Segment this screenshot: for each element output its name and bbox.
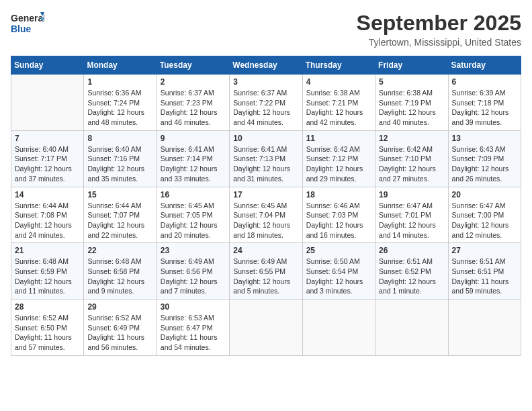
calendar-cell: 23Sunrise: 6:49 AMSunset: 6:56 PMDayligh… [157, 243, 229, 300]
calendar-cell: 12Sunrise: 6:42 AMSunset: 7:10 PMDayligh… [375, 130, 448, 187]
weekday-header-monday: Monday [84, 56, 157, 75]
day-number: 4 [306, 77, 371, 87]
calendar-cell: 14Sunrise: 6:44 AMSunset: 7:08 PMDayligh… [11, 187, 84, 243]
calendar-cell: 6Sunrise: 6:39 AMSunset: 7:18 PMDaylight… [448, 75, 521, 131]
day-info: Sunrise: 6:41 AMSunset: 7:13 PMDaylight:… [233, 144, 298, 184]
day-info: Sunrise: 6:44 AMSunset: 7:08 PMDaylight:… [15, 201, 80, 240]
day-number: 19 [379, 190, 444, 199]
day-number: 9 [161, 134, 226, 143]
page-header: General Blue September 2025 Tylertown, M… [11, 11, 521, 48]
day-info: Sunrise: 6:44 AMSunset: 7:07 PMDaylight:… [87, 201, 152, 240]
calendar-cell: 28Sunrise: 6:52 AMSunset: 6:50 PMDayligh… [11, 300, 84, 356]
svg-text:Blue: Blue [11, 24, 32, 34]
calendar-cell: 1Sunrise: 6:36 AMSunset: 7:24 PMDaylight… [84, 75, 157, 131]
week-row-2: 7Sunrise: 6:40 AMSunset: 7:17 PMDaylight… [11, 130, 521, 187]
day-info: Sunrise: 6:36 AMSunset: 7:24 PMDaylight:… [87, 88, 152, 128]
day-info: Sunrise: 6:39 AMSunset: 7:18 PMDaylight:… [452, 88, 517, 128]
calendar-cell: 27Sunrise: 6:51 AMSunset: 6:51 PMDayligh… [448, 243, 521, 300]
weekday-header-saturday: Saturday [448, 56, 521, 75]
calendar-cell: 9Sunrise: 6:41 AMSunset: 7:14 PMDaylight… [157, 130, 229, 187]
calendar-cell: 11Sunrise: 6:42 AMSunset: 7:12 PMDayligh… [302, 130, 375, 187]
day-info: Sunrise: 6:40 AMSunset: 7:16 PMDaylight:… [87, 144, 152, 184]
day-number: 8 [87, 134, 152, 143]
calendar-cell [448, 300, 521, 356]
day-info: Sunrise: 6:48 AMSunset: 6:58 PMDaylight:… [87, 257, 152, 296]
day-info: Sunrise: 6:38 AMSunset: 7:19 PMDaylight:… [379, 88, 444, 128]
day-number: 7 [15, 134, 80, 143]
day-info: Sunrise: 6:51 AMSunset: 6:51 PMDaylight:… [452, 257, 517, 296]
day-number: 25 [306, 246, 371, 255]
day-info: Sunrise: 6:43 AMSunset: 7:09 PMDaylight:… [452, 144, 517, 184]
calendar-cell: 2Sunrise: 6:37 AMSunset: 7:23 PMDaylight… [157, 75, 229, 131]
calendar-cell: 21Sunrise: 6:48 AMSunset: 6:59 PMDayligh… [11, 243, 84, 300]
calendar-cell: 20Sunrise: 6:47 AMSunset: 7:00 PMDayligh… [448, 187, 521, 243]
day-info: Sunrise: 6:51 AMSunset: 6:52 PMDaylight:… [379, 257, 444, 296]
day-number: 22 [87, 246, 152, 255]
day-number: 12 [379, 134, 444, 143]
day-number: 30 [161, 302, 226, 312]
day-info: Sunrise: 6:38 AMSunset: 7:21 PMDaylight:… [306, 88, 371, 128]
day-number: 24 [233, 246, 298, 255]
title-block: September 2025 Tylertown, Mississippi, U… [357, 11, 521, 48]
calendar-cell [11, 75, 84, 131]
day-number: 20 [452, 190, 517, 199]
calendar-cell: 29Sunrise: 6:52 AMSunset: 6:49 PMDayligh… [84, 300, 157, 356]
calendar-cell: 22Sunrise: 6:48 AMSunset: 6:58 PMDayligh… [84, 243, 157, 300]
calendar-table: SundayMondayTuesdayWednesdayThursdayFrid… [11, 56, 521, 356]
day-number: 11 [306, 134, 371, 143]
weekday-header-wednesday: Wednesday [230, 56, 302, 75]
weekday-header-friday: Friday [375, 56, 448, 75]
day-number: 28 [15, 302, 80, 312]
day-info: Sunrise: 6:45 AMSunset: 7:05 PMDaylight:… [161, 201, 226, 240]
calendar-cell: 30Sunrise: 6:53 AMSunset: 6:47 PMDayligh… [157, 300, 229, 356]
calendar-cell: 18Sunrise: 6:46 AMSunset: 7:03 PMDayligh… [302, 187, 375, 243]
day-info: Sunrise: 6:49 AMSunset: 6:56 PMDaylight:… [161, 257, 226, 296]
day-info: Sunrise: 6:47 AMSunset: 7:00 PMDaylight:… [452, 201, 517, 240]
day-number: 2 [161, 77, 226, 87]
day-info: Sunrise: 6:50 AMSunset: 6:54 PMDaylight:… [306, 257, 371, 296]
month-title: September 2025 [357, 11, 521, 36]
day-number: 6 [452, 77, 517, 87]
calendar-cell: 17Sunrise: 6:45 AMSunset: 7:04 PMDayligh… [230, 187, 302, 243]
day-number: 23 [161, 246, 226, 255]
logo: General Blue [11, 11, 44, 39]
calendar-cell: 25Sunrise: 6:50 AMSunset: 6:54 PMDayligh… [302, 243, 375, 300]
weekday-header-sunday: Sunday [11, 56, 84, 75]
day-info: Sunrise: 6:49 AMSunset: 6:55 PMDaylight:… [233, 257, 298, 296]
day-info: Sunrise: 6:41 AMSunset: 7:14 PMDaylight:… [161, 144, 226, 184]
day-number: 29 [87, 302, 152, 312]
day-info: Sunrise: 6:52 AMSunset: 6:49 PMDaylight:… [87, 313, 152, 353]
week-row-5: 28Sunrise: 6:52 AMSunset: 6:50 PMDayligh… [11, 300, 521, 356]
day-info: Sunrise: 6:46 AMSunset: 7:03 PMDaylight:… [306, 201, 371, 240]
day-number: 17 [233, 190, 298, 199]
day-info: Sunrise: 6:45 AMSunset: 7:04 PMDaylight:… [233, 201, 298, 240]
day-number: 13 [452, 134, 517, 143]
day-number: 1 [87, 77, 152, 87]
calendar-cell: 19Sunrise: 6:47 AMSunset: 7:01 PMDayligh… [375, 187, 448, 243]
day-info: Sunrise: 6:47 AMSunset: 7:01 PMDaylight:… [379, 201, 444, 240]
calendar-cell: 8Sunrise: 6:40 AMSunset: 7:16 PMDaylight… [84, 130, 157, 187]
day-number: 21 [15, 246, 80, 255]
week-row-4: 21Sunrise: 6:48 AMSunset: 6:59 PMDayligh… [11, 243, 521, 300]
weekday-header-row: SundayMondayTuesdayWednesdayThursdayFrid… [11, 56, 521, 75]
calendar-cell [302, 300, 375, 356]
day-number: 14 [15, 190, 80, 199]
day-number: 26 [379, 246, 444, 255]
day-info: Sunrise: 6:42 AMSunset: 7:12 PMDaylight:… [306, 144, 371, 184]
day-number: 27 [452, 246, 517, 255]
calendar-cell [375, 300, 448, 356]
calendar-cell: 4Sunrise: 6:38 AMSunset: 7:21 PMDaylight… [302, 75, 375, 131]
day-info: Sunrise: 6:42 AMSunset: 7:10 PMDaylight:… [379, 144, 444, 184]
svg-text:General: General [11, 13, 44, 24]
calendar-cell: 5Sunrise: 6:38 AMSunset: 7:19 PMDaylight… [375, 75, 448, 131]
week-row-3: 14Sunrise: 6:44 AMSunset: 7:08 PMDayligh… [11, 187, 521, 243]
logo-svg: General Blue [11, 11, 44, 39]
calendar-cell: 13Sunrise: 6:43 AMSunset: 7:09 PMDayligh… [448, 130, 521, 187]
calendar-cell: 26Sunrise: 6:51 AMSunset: 6:52 PMDayligh… [375, 243, 448, 300]
calendar-cell: 7Sunrise: 6:40 AMSunset: 7:17 PMDaylight… [11, 130, 84, 187]
weekday-header-tuesday: Tuesday [157, 56, 229, 75]
calendar-cell: 3Sunrise: 6:37 AMSunset: 7:22 PMDaylight… [230, 75, 302, 131]
day-number: 15 [87, 190, 152, 199]
calendar-cell: 16Sunrise: 6:45 AMSunset: 7:05 PMDayligh… [157, 187, 229, 243]
day-number: 18 [306, 190, 371, 199]
